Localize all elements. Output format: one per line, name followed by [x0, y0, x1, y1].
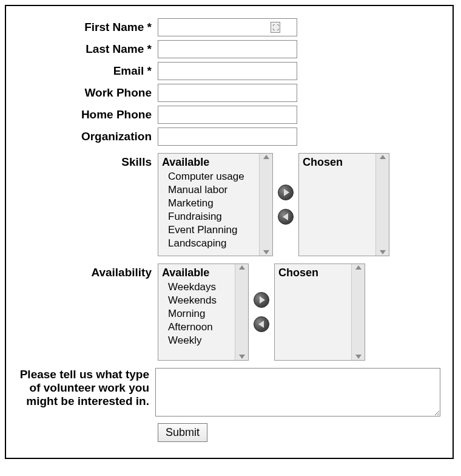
availability-mover: [249, 292, 274, 332]
skills-remove-button[interactable]: [278, 209, 294, 225]
home-phone-input[interactable]: [158, 106, 297, 124]
skills-picklists: Available Computer usage Manual labor Ma…: [158, 153, 440, 256]
list-item[interactable]: Landscaping: [162, 237, 257, 250]
availability-available-header: Available: [162, 265, 232, 280]
submit-button[interactable]: Submit: [158, 423, 207, 442]
scrollbar[interactable]: [259, 154, 272, 256]
list-item[interactable]: Computer usage: [162, 170, 257, 183]
availability-available-list[interactable]: Available Weekdays Weekends Morning Afte…: [158, 264, 249, 361]
row-work-phone: Work Phone: [18, 84, 440, 102]
scroll-up-icon: [263, 155, 269, 159]
label-last-name: Last Name *: [18, 40, 158, 56]
availability-chosen-list[interactable]: Chosen: [274, 264, 365, 361]
availability-picklists: Available Weekdays Weekends Morning Afte…: [158, 264, 440, 361]
scroll-up-icon: [239, 265, 245, 270]
scroll-up-icon: [355, 265, 362, 270]
row-submit: Submit: [18, 423, 440, 442]
scrollbar[interactable]: [351, 264, 365, 360]
arrow-left-icon: [283, 213, 288, 220]
organization-input[interactable]: [158, 127, 297, 146]
row-comments: Please tell us what type of volunteer wo…: [18, 368, 440, 420]
row-first-name: First Name * ⛶: [18, 18, 440, 36]
scroll-down-icon: [355, 355, 362, 359]
last-name-input[interactable]: [158, 40, 297, 58]
skills-available-list[interactable]: Available Computer usage Manual labor Ma…: [158, 153, 273, 256]
arrow-right-icon: [284, 189, 289, 196]
scroll-down-icon: [380, 250, 386, 254]
list-item[interactable]: Fundraising: [162, 210, 257, 223]
label-home-phone: Home Phone: [18, 106, 158, 121]
label-first-name: First Name *: [18, 18, 158, 34]
skills-mover: [273, 185, 298, 225]
label-skills: Skills: [18, 153, 158, 169]
list-item[interactable]: Manual labor: [162, 183, 257, 197]
arrow-right-icon: [260, 296, 265, 304]
list-item[interactable]: Marketing: [162, 197, 257, 210]
list-item[interactable]: Weekdays: [162, 280, 232, 294]
row-skills: Skills Available Computer usage Manual l…: [18, 153, 440, 256]
list-item[interactable]: Morning: [162, 307, 232, 321]
volunteer-form: First Name * ⛶ Last Name * Email * Work …: [5, 5, 454, 459]
autofill-icon: ⛶: [271, 22, 280, 33]
scrollbar[interactable]: [235, 264, 248, 360]
label-comments: Please tell us what type of volunteer wo…: [18, 368, 155, 408]
row-home-phone: Home Phone: [18, 106, 440, 124]
label-availability: Availability: [18, 264, 158, 279]
availability-remove-button[interactable]: [254, 316, 269, 332]
list-item[interactable]: Weekly: [162, 334, 232, 347]
scrollbar[interactable]: [375, 154, 389, 256]
arrow-left-icon: [258, 321, 264, 328]
skills-available-header: Available: [162, 155, 257, 170]
comments-textarea[interactable]: [155, 368, 440, 416]
work-phone-input[interactable]: [158, 84, 297, 102]
row-last-name: Last Name *: [18, 40, 440, 58]
availability-add-button[interactable]: [254, 292, 269, 308]
list-item[interactable]: Afternoon: [162, 321, 232, 334]
list-item[interactable]: Weekends: [162, 294, 232, 307]
row-availability: Availability Available Weekdays Weekends…: [18, 264, 440, 361]
scroll-down-icon: [263, 250, 269, 254]
scroll-up-icon: [380, 155, 386, 159]
availability-chosen-header: Chosen: [278, 265, 349, 280]
email-input[interactable]: [158, 62, 297, 80]
scroll-down-icon: [239, 355, 245, 359]
row-email: Email *: [18, 62, 440, 80]
label-email: Email *: [18, 62, 158, 78]
list-item[interactable]: Event Planning: [162, 223, 257, 237]
skills-add-button[interactable]: [278, 185, 294, 200]
skills-chosen-header: Chosen: [303, 155, 373, 170]
skills-chosen-list[interactable]: Chosen: [298, 153, 389, 256]
label-work-phone: Work Phone: [18, 84, 158, 100]
row-organization: Organization: [18, 127, 440, 146]
label-organization: Organization: [18, 127, 158, 143]
